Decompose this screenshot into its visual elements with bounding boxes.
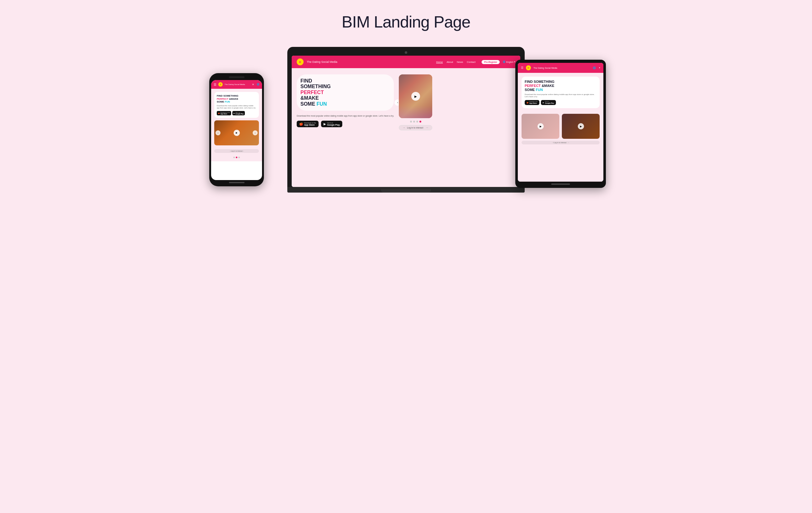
- laptop-login-arrow: →: [403, 127, 405, 129]
- tablet-videos: ▶ ▶: [522, 114, 600, 139]
- apple-icon: 🍎: [218, 112, 220, 114]
- tablet-play-2[interactable]: ▶: [578, 123, 584, 129]
- hero-line5: SOME: [300, 101, 315, 107]
- nav-link-home[interactable]: Home: [436, 61, 443, 63]
- tablet-video-thumb-2[interactable]: ▶: [562, 114, 600, 139]
- laptop-appstore-button[interactable]: 🍎 Download on the App Store: [297, 121, 319, 127]
- phone-login-label: Log in to interact: [231, 150, 242, 152]
- hero-line4: &MAKE: [300, 96, 319, 101]
- tablet-appstore-label: App Store: [529, 102, 538, 104]
- laptop-store-buttons: 🍎 Download on the App Store ▶ Get it on: [297, 121, 394, 127]
- tablet-chevron-icon: ▾: [599, 66, 600, 69]
- tablet-login-label: Log in to interact: [554, 142, 567, 143]
- phone-hero-line3: &MAKE: [229, 98, 238, 100]
- tablet-login-bar[interactable]: → Log in to interact ···: [522, 141, 600, 144]
- hero-line3-pink: PERFECT: [300, 90, 324, 95]
- phone-navbar: ☰ B The Dating Social Media ✕ 🌐: [211, 80, 262, 89]
- tablet-hero-desc: Download the most popular online dating …: [525, 93, 597, 99]
- laptop-dot-2[interactable]: [413, 121, 415, 123]
- tablet-frame: ☰ B The Dating Social Media 🌐 ▾ FIND SOM…: [515, 60, 606, 188]
- tablet-play-1[interactable]: ▶: [538, 123, 544, 129]
- laptop-hero-title: FIND SOMETHING PERFECT &MAKE SOME FUN: [300, 78, 390, 107]
- tablet-googleplay-top: Get it on: [545, 101, 554, 102]
- phone-hero-line4: SOME: [217, 100, 224, 103]
- phone-googleplay-top: Get it on: [235, 112, 243, 113]
- laptop-brand: The Dating Social Media: [307, 60, 337, 63]
- tablet-hero: FIND SOMETHING PERFECT &MAKE SOME FUN Do…: [518, 73, 603, 182]
- googleplay-top-label: Get it on: [327, 122, 340, 124]
- hero-line1: FIND: [300, 78, 312, 83]
- phone-logo: B: [218, 82, 223, 87]
- phone-dot-1[interactable]: [233, 157, 235, 158]
- laptop-dot-3[interactable]: [416, 121, 418, 123]
- phone-appstore-top: Download on the: [221, 112, 230, 113]
- laptop-frame: B The Dating Social Media Home About New…: [287, 47, 525, 187]
- language-icon: 🌐: [503, 61, 505, 63]
- laptop-login-bar[interactable]: → Log in to interact ···: [399, 125, 432, 130]
- phone-close-icon[interactable]: ✕: [252, 83, 254, 86]
- phone-hero-teal: FUN: [225, 100, 230, 103]
- laptop-camera: [405, 51, 407, 54]
- tablet-appstore-top: Download on the: [529, 101, 538, 102]
- hero-line5-teal: FUN: [317, 101, 327, 107]
- laptop-play-button[interactable]: ▶: [411, 92, 420, 101]
- phone-prev-arrow[interactable]: ‹: [215, 130, 221, 135]
- nav-link-news[interactable]: News: [457, 61, 463, 63]
- phone-dot-3[interactable]: [238, 157, 240, 158]
- phone-lang-icon: 🌐: [257, 83, 260, 86]
- page-title: BIM Landing Page: [342, 12, 470, 31]
- phone-googleplay-label: Google Play: [235, 113, 243, 115]
- google-icon: ▶: [234, 112, 235, 114]
- tablet-google-icon: ▶: [543, 102, 544, 104]
- laptop-dot-1[interactable]: [410, 121, 412, 123]
- nav-link-contact[interactable]: Contact: [467, 61, 476, 63]
- language-selector[interactable]: 🌐 English ▾: [503, 61, 515, 63]
- phone-next-arrow[interactable]: ›: [253, 130, 258, 135]
- phone-carousel-dots: [214, 157, 259, 158]
- appstore-main-label: App Store: [304, 124, 316, 126]
- tablet-appstore-button[interactable]: 🍎 Download on the App Store: [525, 100, 539, 105]
- tablet-hamburger-icon[interactable]: ☰: [521, 66, 523, 70]
- laptop-googleplay-button[interactable]: ▶ Get it on Google Play: [321, 121, 342, 127]
- laptop-dot-4[interactable]: [419, 121, 421, 123]
- laptop-hero-blob: FIND SOMETHING PERFECT &MAKE SOME FUN: [297, 74, 394, 111]
- tablet-hero-line3: &MAKE: [542, 84, 554, 87]
- laptop-logo: B: [297, 58, 303, 65]
- laptop-video-thumbnail[interactable]: ▶: [399, 74, 432, 118]
- phone-video-section: ▶ ‹ ›: [214, 120, 259, 145]
- tablet-store-buttons: 🍎 Download on the App Store ▶: [525, 100, 597, 105]
- phone-screen: ☰ B The Dating Social Media ✕ 🌐 FIND SOM…: [211, 80, 262, 180]
- nav-link-about[interactable]: About: [446, 61, 453, 63]
- phone-store-buttons: 🍎 Download on the App Store ▶ Get it on: [217, 111, 256, 115]
- phone-appstore-button[interactable]: 🍎 Download on the App Store: [217, 111, 231, 115]
- phone-appstore-label: App Store: [221, 113, 230, 115]
- tablet-hero-text: FIND SOMETHING PERFECT &MAKE SOME FUN Do…: [522, 77, 600, 111]
- devices-container: ☰ B The Dating Social Media ✕ 🌐 FIND SOM…: [219, 47, 593, 193]
- laptop-hero-desc: Download the most popular online dating …: [297, 114, 394, 117]
- laptop-login-label: Log in to interact: [407, 127, 423, 129]
- tablet-video-thumb-1[interactable]: ▶: [522, 114, 559, 139]
- tablet-googleplay-button[interactable]: ▶ Get it on Google Play: [541, 100, 556, 105]
- laptop-navbar: B The Dating Social Media Home About New…: [292, 56, 520, 68]
- phone-dot-2[interactable]: [236, 157, 237, 158]
- phone-hero-title: FIND SOMETHING PERFECT &MAKE SOME FUN: [217, 94, 256, 104]
- laptop-video-section: ‹ ▶: [399, 74, 432, 130]
- tablet-hero-pink: PERFECT: [525, 84, 541, 87]
- phone-home-bar: [229, 182, 244, 183]
- phone-hero-pink: PERFECT: [217, 98, 228, 100]
- tablet-hero-line1: FIND SOMETHING: [525, 80, 554, 83]
- pre-register-button[interactable]: Pre-Register: [482, 60, 500, 64]
- tablet-screen: ☰ B The Dating Social Media 🌐 ▾ FIND SOM…: [518, 63, 603, 182]
- phone-googleplay-button[interactable]: ▶ Get it on Google Play: [232, 111, 245, 115]
- phone-notch: [229, 76, 244, 78]
- tablet-login-dots: ···: [568, 142, 569, 143]
- laptop-base: [287, 187, 525, 193]
- google-play-icon: ▶: [323, 122, 326, 126]
- phone-login-dots: ···: [242, 150, 243, 152]
- tablet-googleplay-label: Google Play: [545, 102, 554, 104]
- laptop-nav-links: Home About News Contact: [436, 61, 476, 63]
- hamburger-icon[interactable]: ☰: [213, 83, 216, 86]
- phone-login-bar[interactable]: → Log in to interact ···: [214, 149, 259, 153]
- laptop-device: B The Dating Social Media Home About New…: [287, 47, 525, 193]
- laptop-login-dots: ···: [426, 127, 428, 129]
